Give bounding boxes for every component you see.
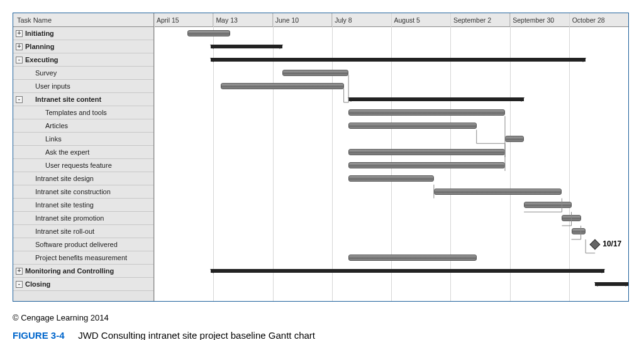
task-row: Project benefits measurement [13,251,153,265]
task-name-column: Task Name +Initiating+Planning-Executing… [13,13,154,301]
gantt-bars-area: 10/17 [154,27,628,301]
task-row: Intranet site roll-out [13,225,153,238]
task-bar [348,255,477,261]
summary-bar [211,45,282,48]
gantt-chart: Task Name +Initiating+Planning-Executing… [13,13,629,302]
task-row: Templates and tools [13,106,153,119]
figure-label: FIGURE 3-4 [13,330,65,340]
task-label: Intranet site design [35,175,94,182]
expand-icon[interactable]: + [16,43,23,50]
task-label: Monitoring and Controlling [25,267,114,275]
task-label: Ask the expert [45,148,89,156]
task-label: User requests feature [45,162,112,169]
timeline-tick: September 2 [450,13,509,26]
task-row: Survey [13,67,153,80]
task-row: Intranet site design [13,172,153,185]
task-bar [505,136,524,142]
timeline-tick: August 5 [391,13,450,26]
task-row: +Monitoring and Controlling [13,265,153,278]
task-row: +Planning [13,40,153,53]
summary-bar [595,282,628,286]
task-row: +Initiating [13,27,153,40]
task-row: Intranet site testing [13,199,153,212]
task-name-header-label: Task Name [17,16,52,24]
timeline-tick: June 10 [272,13,331,26]
task-row: Software product delivered [13,238,153,251]
task-row: -Executing [13,53,153,67]
expand-icon[interactable]: + [16,30,23,37]
task-label: Initiating [25,30,54,37]
task-label: User inputs [35,82,70,90]
task-row: -Closing [13,278,153,291]
copyright-text: © Cengage Learning 2014 [13,313,631,322]
task-label: Project benefits measurement [35,254,127,261]
task-bar [348,123,477,129]
summary-bar [348,97,524,101]
collapse-icon[interactable]: - [16,96,23,103]
task-label: Intranet site construction [35,188,111,195]
collapse-icon[interactable]: - [16,281,23,288]
task-name-header: Task Name [13,13,153,27]
milestone-diamond-icon [590,239,601,250]
task-label: Intranet site testing [35,201,94,209]
task-label: Intranet site content [35,96,101,103]
task-bar [434,189,562,195]
timeline-tick: April 15 [154,13,213,26]
task-bar [221,83,344,89]
task-bar [562,215,580,221]
timeline-tick: May 13 [213,13,272,26]
milestone-label: 10/17 [602,239,621,248]
task-bar [187,30,230,36]
timeline-tick: September 30 [509,13,569,26]
task-label: Executing [25,56,58,63]
summary-bar [211,269,604,273]
task-bar [282,70,349,76]
task-label: Closing [25,280,50,288]
task-label: Templates and tools [45,109,107,116]
task-bar [572,228,586,234]
task-row: -Intranet site content [13,93,153,106]
task-row: User inputs [13,80,153,93]
expand-icon[interactable]: + [16,268,23,275]
timeline-area: April 15May 13June 10July 8August 5Septe… [154,13,628,301]
task-row: Intranet site promotion [13,212,153,225]
summary-bar [211,58,586,62]
task-label: Articles [45,122,68,129]
task-row: Ask the expert [13,146,153,159]
task-bar [348,149,505,155]
task-label: Links [45,135,62,143]
figure-caption: © Cengage Learning 2014 FIGURE 3-4 JWD C… [13,313,631,340]
task-label: Software product delivered [35,241,118,248]
task-bar [348,162,505,168]
task-label: Intranet site promotion [35,214,104,222]
task-bar [348,175,434,182]
task-row: Intranet site construction [13,185,153,199]
task-label: Planning [25,43,54,50]
task-bar [348,109,505,116]
collapse-icon[interactable]: - [16,57,23,63]
figure-title: JWD Consulting intranet site project bas… [78,330,315,340]
timeline-tick: October 28 [569,13,628,26]
task-label: Intranet site roll-out [35,228,94,235]
task-bar [524,202,571,208]
task-label: Survey [35,69,57,77]
timeline-tick: July 8 [331,13,391,26]
task-row: Articles [13,119,153,133]
task-row: User requests feature [13,159,153,172]
task-row: Links [13,133,153,146]
